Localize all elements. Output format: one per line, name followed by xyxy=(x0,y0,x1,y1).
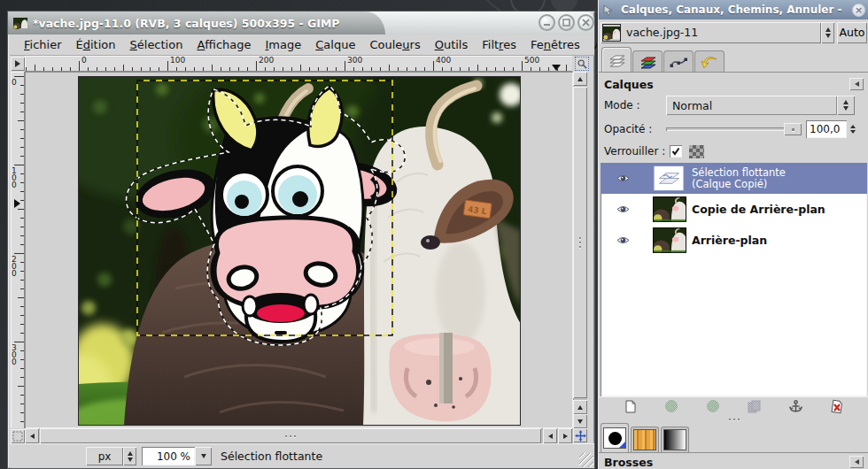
canvas-area[interactable]: 43 L xyxy=(25,72,573,428)
visibility-toggle[interactable] xyxy=(616,235,632,245)
unit-spinner[interactable] xyxy=(123,447,136,465)
scroll-right-button[interactable] xyxy=(558,428,572,443)
horizontal-scrollbar[interactable] xyxy=(25,428,573,443)
menu-outils[interactable]: Outils xyxy=(428,36,476,53)
layer-list[interactable]: Sélection flottante(Calque Copié)Copie d… xyxy=(601,163,867,396)
image-menu-button[interactable] xyxy=(11,57,25,71)
opacity-input[interactable]: 100,0 xyxy=(806,120,847,138)
lower-layer-button[interactable] xyxy=(703,397,723,415)
raise-layer-button[interactable] xyxy=(662,397,681,415)
auto-button[interactable]: Auto xyxy=(837,22,867,43)
opacity-spinner[interactable] xyxy=(847,120,858,138)
anchor-icon xyxy=(788,399,803,414)
close-button[interactable] xyxy=(577,14,594,31)
h-ruler-label: 100 xyxy=(170,56,185,65)
layer-thumbnail[interactable] xyxy=(653,165,686,191)
panel-menu-button[interactable] xyxy=(849,456,864,468)
duplicate-layer-button[interactable] xyxy=(745,397,764,415)
opacity-label: Opacité : xyxy=(604,123,666,135)
layer-thumbnail[interactable] xyxy=(653,196,686,222)
navigation-pan-button[interactable] xyxy=(573,428,587,442)
vertical-scroll-thumb[interactable] xyxy=(573,87,587,398)
dock-title: Calques, Canaux, Chemins, Annuler - xyxy=(621,4,848,16)
title-bar[interactable]: *vache.jpg-11.0 (RVB, 3 calques) 500x395… xyxy=(8,12,594,35)
raise-arrow-icon-disabled xyxy=(664,399,678,413)
up-arrow-icon xyxy=(577,77,583,81)
opacity-slider[interactable] xyxy=(666,122,802,136)
menu-filtres[interactable]: Filtres xyxy=(475,36,523,53)
checkmark-icon xyxy=(671,147,680,156)
layer-row-2[interactable]: Arrière-plan xyxy=(601,225,867,256)
new-layer-button[interactable] xyxy=(621,397,640,415)
tab-patterns[interactable] xyxy=(631,427,659,452)
layer-row-1[interactable]: Copie de Arrière-plan xyxy=(601,194,867,225)
layer-thumbnail[interactable] xyxy=(653,227,686,253)
dock-close-button[interactable]: × xyxy=(852,4,865,17)
zoom-dropdown-button[interactable] xyxy=(195,447,212,465)
visibility-toggle[interactable] xyxy=(616,173,632,183)
lock-row: Verrouiller : xyxy=(599,142,868,161)
brush-pattern-gradient-tabs xyxy=(599,423,868,453)
minimize-button[interactable] xyxy=(539,14,555,31)
panel-menu-button[interactable] xyxy=(849,78,864,90)
tab-paths[interactable] xyxy=(663,50,694,72)
slider-trough[interactable] xyxy=(666,127,802,131)
unit-select[interactable]: px xyxy=(86,447,123,465)
scroll-up-button-2[interactable] xyxy=(573,400,587,414)
zoom-follow-button[interactable] xyxy=(575,57,589,71)
window-resize-grip[interactable] xyxy=(579,453,593,467)
lock-checkbox[interactable] xyxy=(670,145,682,158)
h-ruler-label: 200 xyxy=(259,56,274,65)
dock-title-bar[interactable]: Calques, Canaux, Chemins, Annuler - × xyxy=(599,0,868,19)
opacity-value: 100,0 xyxy=(810,123,840,135)
h-ruler-label: 0 xyxy=(81,56,87,65)
tab-undo-history[interactable] xyxy=(694,50,725,72)
horizontal-scroll-thumb[interactable] xyxy=(40,428,541,443)
up-arrow-icon xyxy=(577,405,583,410)
slider-handle[interactable] xyxy=(784,123,802,135)
magnifier-icon xyxy=(577,58,587,69)
cursor-icon xyxy=(602,4,616,16)
menu-couleurs[interactable]: Couleurs xyxy=(362,36,427,53)
mode-spinner[interactable] xyxy=(837,96,855,115)
dock-splitter-handle[interactable] xyxy=(599,416,868,423)
horizontal-ruler[interactable]: 0100200300400500 xyxy=(25,56,572,72)
menu-slection[interactable]: Sélection xyxy=(123,36,190,53)
menu-calque[interactable]: Calque xyxy=(308,36,362,53)
down-arrow-icon xyxy=(850,130,856,134)
anchor-layer-button[interactable] xyxy=(787,397,806,415)
tab-channels[interactable] xyxy=(632,50,663,72)
scroll-up-button[interactable] xyxy=(573,72,587,86)
menu-fentres[interactable]: Fenêtres xyxy=(523,36,587,53)
vertical-ruler[interactable]: 0100200300 xyxy=(11,72,25,428)
delete-layer-button[interactable] xyxy=(827,397,847,415)
alpha-checker-icon xyxy=(689,145,704,158)
tab-layers[interactable] xyxy=(601,47,632,72)
image-canvas[interactable]: 43 L xyxy=(78,76,521,426)
menu-affichage[interactable]: Affichage xyxy=(190,36,258,53)
scroll-left-button[interactable] xyxy=(25,428,39,443)
scroll-down-button[interactable] xyxy=(573,414,587,428)
maximize-button[interactable] xyxy=(558,14,575,31)
new-page-icon xyxy=(624,399,638,414)
visibility-toggle[interactable] xyxy=(616,204,632,214)
vertical-scrollbar[interactable] xyxy=(573,72,587,428)
image-selector[interactable]: vache.jpg-11 xyxy=(601,22,821,43)
undo-arrow-icon xyxy=(700,54,719,70)
window-title: *vache.jpg-11.0 (RVB, 3 calques) 500x395… xyxy=(33,17,340,30)
menu-image[interactable]: Image xyxy=(259,36,309,53)
tab-gradients[interactable] xyxy=(661,427,689,452)
mode-select[interactable]: Normal xyxy=(666,96,837,115)
zoom-input[interactable]: 100 % xyxy=(142,447,195,465)
splitter-grip xyxy=(729,419,740,420)
channels-icon xyxy=(638,54,657,70)
quick-mask-toggle[interactable] xyxy=(11,429,25,443)
tab-brushes[interactable] xyxy=(601,423,629,452)
left-arrow-icon xyxy=(30,434,35,439)
image-selector-spinner[interactable] xyxy=(821,22,834,43)
scroll-left-button-2[interactable] xyxy=(543,428,557,443)
menu-fichier[interactable]: Fichier xyxy=(17,36,69,53)
layer-row-0[interactable]: Sélection flottante(Calque Copié) xyxy=(601,163,867,194)
menu-dition[interactable]: Édition xyxy=(69,36,123,53)
v-ruler-label: 0 xyxy=(12,79,17,86)
